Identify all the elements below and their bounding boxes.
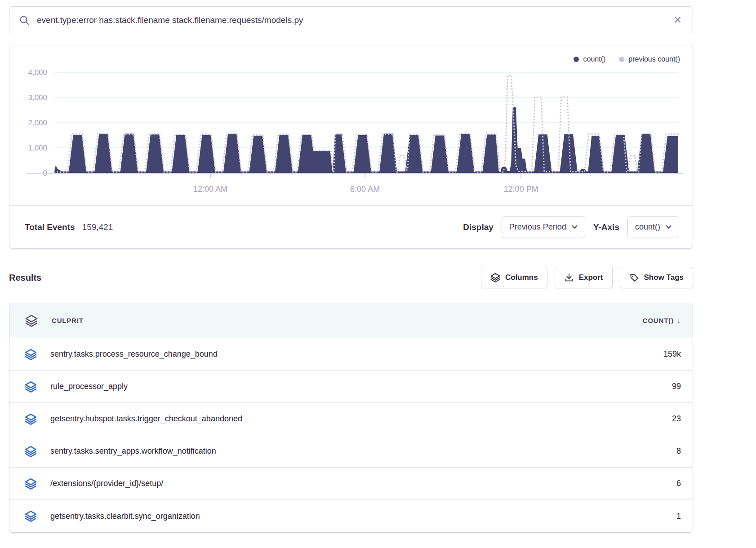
- results-bar: Results Columns Export: [9, 267, 693, 288]
- table-row: getsentry.hubspot.tasks.trigger_checkout…: [9, 403, 693, 435]
- svg-text:12:00 AM: 12:00 AM: [193, 185, 227, 194]
- sort-desc-icon: ↓: [677, 316, 681, 325]
- legend-item[interactable]: count(): [574, 55, 605, 63]
- chevron-down-icon: [572, 225, 578, 229]
- search-icon: [19, 15, 30, 26]
- search-bar: ✕: [9, 6, 693, 34]
- culprit-cell[interactable]: sentry.tasks.process_resource_change_bou…: [50, 349, 218, 359]
- culprit-cell[interactable]: getsentry.hubspot.tasks.trigger_checkout…: [50, 414, 242, 424]
- table-body: sentry.tasks.process_resource_change_bou…: [9, 338, 693, 532]
- table-header: CULPRIT COUNT() ↓: [9, 303, 693, 338]
- legend-label: previous count(): [628, 55, 680, 63]
- row-stack-icon-button[interactable]: [25, 349, 37, 360]
- row-stack-icon-button[interactable]: [25, 446, 37, 457]
- culprit-cell[interactable]: getsentry.tasks.clearbit.sync_organizati…: [50, 512, 200, 521]
- legend-item[interactable]: previous count(): [619, 55, 680, 63]
- chevron-down-icon: [666, 225, 672, 229]
- columns-button[interactable]: Columns: [481, 267, 547, 288]
- chart-footer: Total Events 159,421 Display Previous Pe…: [9, 205, 693, 248]
- display-label: Display: [463, 222, 494, 232]
- results-heading: Results: [9, 273, 41, 283]
- layers-icon: [25, 446, 37, 457]
- display-select[interactable]: Previous Period: [502, 217, 585, 238]
- svg-text:2,000: 2,000: [28, 119, 47, 127]
- legend-dot-icon: [619, 57, 624, 62]
- yaxis-select-value: count(): [635, 222, 660, 232]
- show-tags-button[interactable]: Show Tags: [620, 267, 693, 288]
- culprit-cell[interactable]: /extensions/{provider_id}/setup/: [50, 479, 163, 488]
- table-row: sentry.tasks.process_resource_change_bou…: [9, 338, 693, 371]
- layers-icon: [25, 413, 37, 425]
- count-cell: 99: [672, 382, 681, 391]
- svg-text:6:00 AM: 6:00 AM: [350, 185, 380, 194]
- display-select-value: Previous Period: [509, 222, 566, 232]
- legend-dot-icon: [574, 57, 579, 62]
- column-header-culprit[interactable]: CULPRIT: [52, 317, 84, 324]
- total-events-value: 159,421: [82, 222, 113, 232]
- export-button[interactable]: Export: [555, 267, 613, 288]
- yaxis-label: Y-Axis: [593, 222, 619, 232]
- column-header-count[interactable]: COUNT() ↓: [643, 316, 681, 325]
- layers-icon: [25, 478, 37, 490]
- layers-icon: [25, 510, 37, 522]
- count-cell: 23: [672, 414, 681, 424]
- layers-icon: [25, 349, 37, 360]
- count-cell: 6: [676, 479, 681, 488]
- table-row: rule_processor_apply 99: [9, 371, 693, 403]
- table-row: getsentry.tasks.clearbit.sync_organizati…: [9, 500, 693, 532]
- table-row: sentry.tasks.sentry_apps.workflow_notifi…: [9, 435, 693, 468]
- results-actions: Columns Export Show Tags: [481, 267, 693, 288]
- search-input[interactable]: [36, 15, 673, 26]
- row-stack-icon-button[interactable]: [25, 478, 37, 490]
- svg-text:1,000: 1,000: [28, 144, 47, 152]
- row-stack-icon-button[interactable]: [25, 381, 37, 393]
- count-column-label: COUNT(): [643, 317, 674, 324]
- columns-button-label: Columns: [505, 273, 538, 282]
- total-events-label: Total Events: [25, 222, 75, 232]
- layers-icon[interactable]: [25, 314, 38, 327]
- table-row: /extensions/{provider_id}/setup/ 6: [9, 468, 693, 500]
- chart-legend: count()previous count(): [574, 55, 680, 63]
- page-content: ✕ count()previous count() 01,0002,0003,0…: [9, 6, 693, 533]
- export-button-label: Export: [579, 273, 603, 282]
- row-stack-icon-button[interactable]: [25, 413, 37, 425]
- legend-label: count(): [583, 55, 605, 63]
- layers-icon: [25, 381, 37, 393]
- row-stack-icon-button[interactable]: [25, 510, 37, 522]
- layers-icon: [490, 273, 500, 283]
- download-icon: [564, 273, 574, 283]
- culprit-cell[interactable]: rule_processor_apply: [50, 382, 128, 391]
- clear-search-icon[interactable]: ✕: [673, 13, 683, 27]
- events-chart-panel: count()previous count() 01,0002,0003,000…: [9, 45, 693, 249]
- count-cell: 1: [676, 512, 681, 521]
- count-cell: 8: [676, 446, 681, 456]
- culprit-cell[interactable]: sentry.tasks.sentry_apps.workflow_notifi…: [50, 446, 216, 456]
- svg-text:4,000: 4,000: [28, 68, 47, 77]
- svg-text:3,000: 3,000: [28, 93, 47, 102]
- yaxis-select[interactable]: count(): [627, 217, 679, 238]
- svg-text:12:00 PM: 12:00 PM: [504, 185, 538, 194]
- total-events: Total Events 159,421: [25, 222, 113, 232]
- count-cell: 159k: [663, 349, 681, 359]
- chart-controls: Display Previous Period Y-Axis count(): [463, 217, 679, 238]
- results-table: CULPRIT COUNT() ↓ sentry.tasks.process_r…: [9, 303, 693, 533]
- events-chart: 01,0002,0003,0004,00012:00 AM6:00 AM12:0…: [9, 52, 693, 205]
- show-tags-button-label: Show Tags: [644, 273, 684, 282]
- tag-icon: [629, 273, 639, 283]
